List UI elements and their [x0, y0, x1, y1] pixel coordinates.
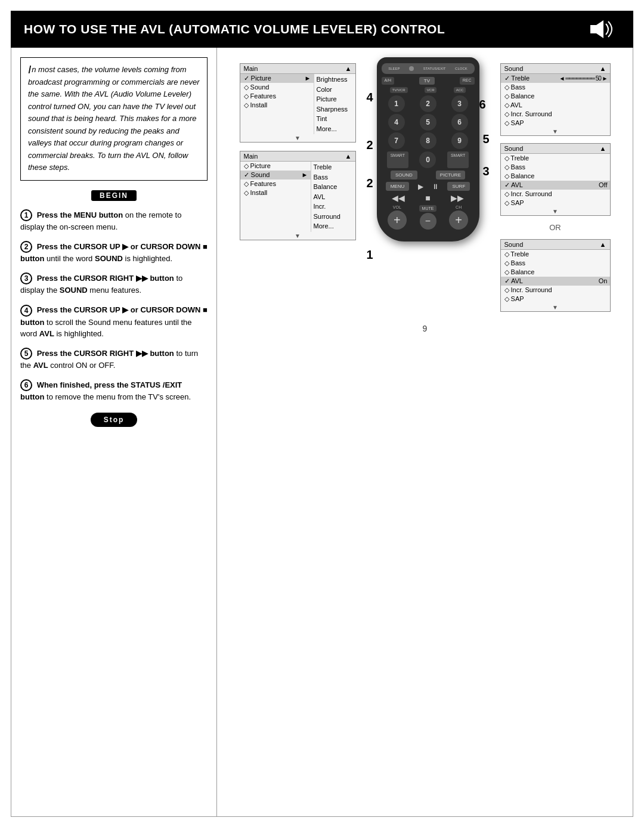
menu-1-row-picture: ✓ Picture► [240, 74, 314, 83]
menu-1-sub-brightness: Brightness [317, 75, 353, 85]
menu-2-sub-avl: AVL [314, 192, 353, 202]
num-8[interactable]: 8 [420, 132, 436, 149]
menu-2-row-features: ◇ Features [240, 179, 311, 188]
menu-3-footer: ▼ [501, 128, 610, 135]
menu-3-up: ▲ [600, 65, 606, 72]
menu-4-sap: ◇ SAP [501, 199, 610, 208]
step-3-circle: 3 [20, 272, 32, 284]
or-label: OR [500, 223, 611, 232]
menu-1-footer: ▼ [240, 134, 355, 142]
menu-4-treble: ◇ Treble [501, 154, 610, 163]
num-5[interactable]: 5 [420, 114, 436, 131]
step-3: 3 Press the CURSOR RIGHT ▶▶ button to di… [20, 272, 208, 296]
num-6[interactable]: 6 [451, 114, 468, 131]
step-2: 2 Press the CURSOR UP ▶ or CURSOR DOWN ■… [20, 241, 208, 265]
step-5-circle: 5 [20, 348, 32, 360]
ah-btn[interactable]: A/H [382, 77, 395, 85]
num-7[interactable]: 7 [388, 132, 405, 149]
menu-1-up-arrow: ▲ [345, 65, 352, 72]
menu-5-bass: ◇ Bass [501, 259, 610, 268]
menu-4-incr: ◇ Incr. Surround [501, 190, 610, 199]
menu-5-treble: ◇ Treble [501, 250, 610, 259]
num-2[interactable]: 2 [420, 95, 436, 112]
mute-btn[interactable]: MUTE [419, 205, 437, 212]
smart-btn-2[interactable]: SMART [447, 151, 469, 168]
menu-2-sub-bass: Bass [314, 172, 353, 182]
menu-btn[interactable]: MENU [386, 182, 410, 191]
ff-btn[interactable]: ▶▶ [451, 193, 464, 203]
step-1: 1 Press the MENU button on the remote to… [20, 209, 208, 233]
menu-1-sub-color: Color [317, 85, 353, 95]
page-title: How to Use the AVL (Automatic Volume Lev… [24, 22, 445, 36]
menu-2-sub-more: More... [314, 221, 353, 231]
step-4-circle: 4 [20, 305, 32, 317]
num-1[interactable]: 1 [388, 95, 405, 112]
transport-row: ◀◀ ■ ▶▶ [382, 193, 475, 203]
rew-btn[interactable]: ◀◀ [392, 193, 405, 203]
left-panel: In most cases, the volume levels coming … [11, 48, 217, 816]
step-2-circle: 2 [20, 241, 32, 253]
pause-btn[interactable]: ⏸ [432, 182, 439, 191]
surf-btn[interactable]: SURF [447, 182, 470, 191]
status-btn[interactable]: STATUS/EXIT [423, 67, 446, 70]
tv-vcr-btn[interactable]: TV/VCR [390, 87, 408, 93]
menu-1-sub-more: More... [317, 124, 353, 134]
step-6: 6 When finished, press the STATUS /EXIT … [20, 379, 208, 403]
menu-4-header: Sound ▲ [501, 144, 610, 154]
stop-badge: Stop [91, 413, 138, 427]
menu-1-title: Main [244, 65, 258, 72]
menu-3-title: Sound [504, 65, 524, 72]
menu-2-sub-treble: Treble [314, 162, 353, 172]
acc-btn[interactable]: ACC [454, 87, 466, 93]
picture-btn[interactable]: PICTURE [436, 171, 465, 179]
menu-5-footer: ▼ [501, 304, 610, 311]
step-3-text: Press the CURSOR RIGHT ▶▶ button [37, 274, 174, 283]
play-btn[interactable]: ▶ [418, 182, 423, 191]
menu-5-up: ▲ [600, 241, 606, 248]
vol-label: VOL [393, 205, 401, 209]
svg-rect-1 [590, 25, 596, 33]
num-3[interactable]: 3 [451, 95, 468, 112]
right-panel: Main ▲ ✓ Picture► ◇ Sound ◇ Features ◇ I… [217, 48, 633, 816]
sleep-btn[interactable]: SLEEP [388, 67, 400, 70]
menu-5-incr: ◇ Incr. Surround [501, 286, 610, 295]
menu-4: Sound ▲ ◇ Treble ◇ Bass ◇ Balance ✓ AVLO… [500, 143, 611, 216]
menu-1-row-install: ◇ Install [240, 101, 314, 110]
menu-2-up-arrow: ▲ [345, 153, 352, 160]
menu-5-avl: ✓ AVLOn [501, 277, 610, 286]
remote-row-2: TV/VCR VCR ACC [382, 87, 475, 93]
ch-plus[interactable]: + [449, 210, 468, 230]
smart-btn-1[interactable]: SMART [387, 151, 408, 168]
menu-2-title: Main [244, 153, 258, 160]
menu-3-sap: ◇ SAP [501, 119, 610, 128]
num-9[interactable]: 9 [451, 132, 468, 149]
menu-4-avl: ✓ AVLOff [501, 181, 610, 190]
step-4-text: Press the CURSOR UP ▶ or CURSOR DOWN ■ b… [20, 305, 208, 327]
step-overlay-2: 2 [367, 176, 373, 190]
num-0[interactable]: 0 [419, 151, 436, 168]
stop-btn-remote[interactable]: ■ [425, 193, 430, 203]
menu-2-row-picture: ◇ Picture [240, 162, 311, 171]
ch-label: CH [456, 205, 462, 209]
menu-3-avl: ◇ AVL [501, 101, 610, 110]
vol-minus[interactable]: − [420, 213, 436, 230]
begin-badge: BEGIN [91, 190, 137, 201]
record-btn[interactable]: REC [460, 77, 475, 85]
menu-5: Sound ▲ ◇ Treble ◇ Bass ◇ Balance ✓ AVLO… [500, 239, 611, 312]
step-overlay-5: 5 [482, 132, 489, 146]
vol-plus[interactable]: + [388, 210, 407, 230]
menu-4-balance: ◇ Balance [501, 172, 610, 181]
page-number: 9 [221, 312, 629, 339]
vcr-btn[interactable]: VCR [425, 87, 437, 93]
clock-btn[interactable]: CLOCK [455, 67, 467, 70]
sound-btn[interactable]: SOUND [391, 171, 417, 179]
ch-indicator [409, 66, 414, 71]
menu-2-header: Main ▲ [240, 151, 355, 162]
menu-1-sub-tint: Tint [317, 114, 353, 124]
menu-3: Sound ▲ ✓ Treble ◄ ════════ 50 ► ◇ Bass … [500, 63, 611, 136]
page-header: How to Use the AVL (Automatic Volume Lev… [11, 11, 633, 48]
menu-1-sub-sharpness: Sharpness [317, 104, 353, 114]
intro-paragraph: In most cases, the volume levels coming … [28, 64, 200, 174]
num-4[interactable]: 4 [388, 114, 405, 131]
tv-btn[interactable]: TV [419, 77, 435, 85]
